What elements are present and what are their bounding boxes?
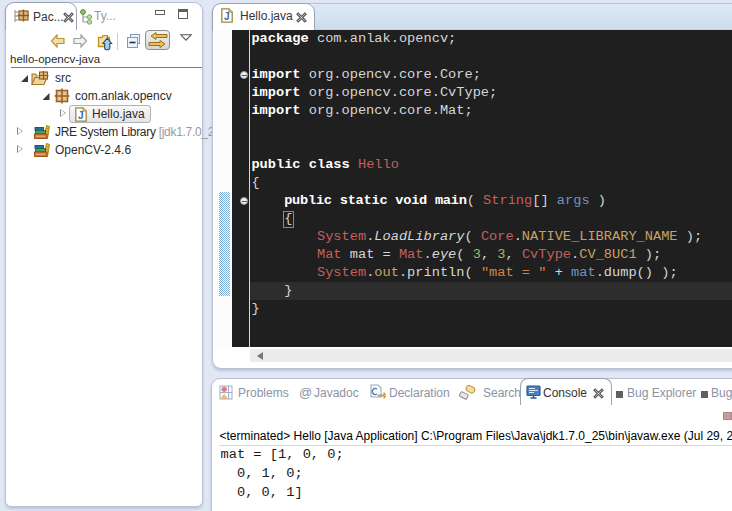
svg-text:J: J	[78, 110, 84, 121]
svg-text:J: J	[224, 11, 230, 22]
